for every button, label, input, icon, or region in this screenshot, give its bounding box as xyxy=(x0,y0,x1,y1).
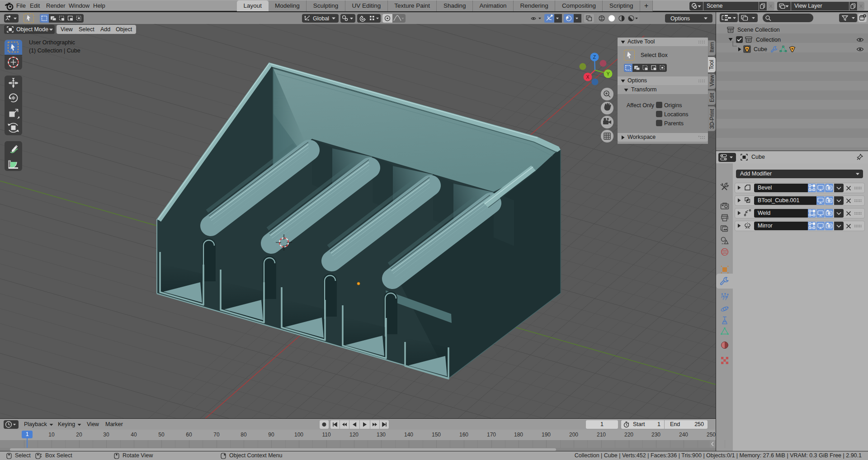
svg-text:X: X xyxy=(586,74,589,80)
svg-text:Z: Z xyxy=(593,54,596,60)
svg-text:Y: Y xyxy=(606,71,609,76)
